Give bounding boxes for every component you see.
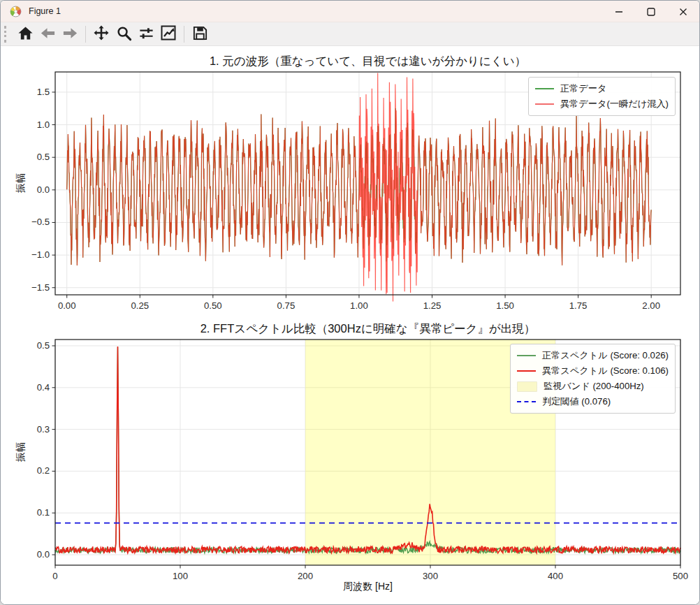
plot2-ylabel: 振幅 — [15, 442, 27, 462]
plot2-legend: 正常スペクトル (Score: 0.026)異常スペクトル (Score: 0.… — [510, 344, 676, 414]
close-button[interactable] — [667, 1, 699, 22]
navigation-toolbar — [1, 22, 699, 46]
legend-label: 判定閾値 (0.076) — [542, 395, 611, 408]
plot1-legend: 正常データ異常データ(一瞬だけ混入) — [528, 77, 676, 116]
legend-label: 正常データ — [560, 82, 607, 95]
plot1-y-tick-label: −0.5 — [13, 217, 50, 227]
plot1-y-tick-label: 0.5 — [13, 152, 50, 162]
plot1-x-tick-label: 0.25 — [119, 300, 161, 311]
toolbar-separator — [184, 26, 184, 43]
legend-line-swatch-icon — [535, 103, 554, 105]
legend-patch-swatch-icon — [517, 381, 537, 392]
legend-line-swatch-icon — [517, 355, 536, 357]
plot1-y-tick-label: 1.5 — [13, 87, 50, 97]
plot2-x-tick-label: 500 — [659, 571, 700, 581]
plot2-y-tick-label: 0.5 — [13, 340, 50, 351]
window-controls — [603, 1, 699, 22]
matplotlib-logo-icon — [10, 6, 22, 17]
plot2-x-tick-label: 200 — [284, 571, 326, 581]
pan-button[interactable] — [91, 24, 112, 44]
plot2-title: 2. FFTスペクトル比較（300Hzに明確な『異常ピーク』が出現） — [55, 321, 680, 337]
plot1-x-tick-label: 0.00 — [46, 300, 88, 311]
legend-dashed-swatch-icon — [517, 401, 536, 402]
plot1-x-tick-label: 0.75 — [265, 300, 307, 311]
plot2-xlabel: 周波数 [Hz] — [55, 581, 680, 593]
floppy-disk-icon — [192, 25, 208, 43]
window-title: Figure 1 — [29, 6, 61, 16]
line-chart-icon — [160, 24, 177, 43]
plot1-y-tick-label: 1.0 — [13, 119, 50, 130]
plot2-y-tick-label: 0.3 — [13, 424, 50, 435]
plot1-y-tick-label: −1.0 — [13, 249, 50, 260]
maximize-button[interactable] — [635, 1, 667, 22]
toolbar-grip[interactable] — [4, 26, 9, 43]
titlebar[interactable]: Figure 1 — [1, 1, 699, 22]
plot2-x-tick-label: 300 — [409, 571, 451, 581]
plot2-legend-entry: 正常スペクトル (Score: 0.026) — [517, 348, 669, 363]
plot2-x-tick-label: 400 — [534, 571, 576, 581]
plot1-x-tick-label: 1.50 — [484, 300, 526, 311]
plot1-legend-entry: 異常データ(一瞬だけ混入) — [535, 96, 669, 112]
edit-parameters-button[interactable] — [158, 24, 179, 44]
home-button[interactable] — [15, 24, 36, 44]
toolbar-separator — [85, 26, 86, 43]
back-arrow-icon — [40, 25, 56, 43]
plot1-x-tick-label: 0.50 — [192, 300, 234, 311]
plot2-legend-entry: 判定閾値 (0.076) — [517, 394, 669, 409]
plot1-legend-entry: 正常データ — [535, 81, 669, 96]
figure-canvas[interactable]: 1. 元の波形（重なっていて、目視では違いが分かりにくい） 振幅 正常データ異常… — [1, 46, 699, 604]
move-arrows-icon — [93, 24, 110, 43]
legend-line-swatch-icon — [535, 88, 554, 90]
legend-line-swatch-icon — [517, 370, 536, 372]
sliders-icon — [138, 25, 154, 43]
plot1-x-tick-label: 2.00 — [630, 300, 672, 311]
forward-arrow-icon — [62, 25, 78, 43]
plot1-x-tick-label: 1.00 — [338, 300, 380, 311]
plot1-y-tick-label: 0.0 — [13, 184, 50, 195]
zoom-button[interactable] — [113, 24, 134, 44]
figure-window: Figure 1 — [0, 0, 700, 605]
configure-subplots-button[interactable] — [136, 24, 156, 44]
plot2-legend-entry: 監視バンド (200-400Hz) — [517, 379, 669, 394]
forward-button[interactable] — [59, 24, 80, 44]
legend-label: 異常スペクトル (Score: 0.106) — [542, 365, 669, 377]
minimize-button[interactable] — [603, 1, 635, 22]
home-icon — [17, 25, 34, 43]
save-button[interactable] — [189, 24, 210, 44]
plot2-x-tick-label: 0 — [34, 571, 76, 581]
legend-label: 異常データ(一瞬だけ混入) — [560, 98, 669, 110]
back-button[interactable] — [37, 24, 58, 44]
plot1-x-tick-label: 1.75 — [557, 300, 599, 311]
plot1-x-tick-label: 1.25 — [411, 300, 453, 311]
plot2-legend-entry: 異常スペクトル (Score: 0.106) — [517, 363, 669, 379]
legend-label: 監視バンド (200-400Hz) — [544, 380, 644, 393]
plot2-x-tick-label: 100 — [159, 571, 201, 581]
plot2-y-tick-label: 0.1 — [13, 507, 50, 518]
plot1-y-tick-label: −1.5 — [13, 282, 50, 293]
plot1-title: 1. 元の波形（重なっていて、目視では違いが分かりにくい） — [55, 54, 680, 69]
plot2-y-tick-label: 0.2 — [13, 465, 50, 476]
legend-label: 正常スペクトル (Score: 0.026) — [542, 349, 669, 362]
plot2-y-tick-label: 0.4 — [13, 382, 50, 393]
plot2-y-tick-label: 0.0 — [13, 549, 50, 560]
magnifier-icon — [116, 25, 132, 43]
